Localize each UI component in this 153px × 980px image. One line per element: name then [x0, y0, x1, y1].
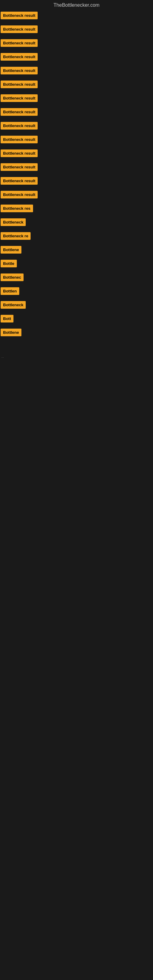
bottleneck-row: Bottleneck result: [0, 148, 153, 158]
bottleneck-badge[interactable]: Bottlen: [1, 287, 19, 295]
bottleneck-badge[interactable]: Bottleneck result: [1, 108, 38, 116]
bottleneck-row: Bottleneck re: [0, 231, 153, 241]
bottleneck-row: Bottleneck result: [0, 65, 153, 76]
bottleneck-badge[interactable]: Bottleneck result: [1, 81, 38, 88]
bottleneck-row: Bottleneck result: [0, 176, 153, 186]
site-title-container: TheBottlenecker.com: [0, 0, 153, 10]
bottleneck-badge[interactable]: Bottleneck result: [1, 39, 38, 47]
bottleneck-row: Bottlene: [0, 245, 153, 255]
bottleneck-badge[interactable]: Bottleneck result: [1, 122, 38, 130]
bottom-section: ...: [0, 341, 153, 525]
bottleneck-row: Bottleneck result: [0, 79, 153, 89]
bottleneck-badge[interactable]: Bottlene: [1, 246, 21, 254]
bottleneck-badge[interactable]: Bottleneck result: [1, 191, 38, 199]
bottleneck-badge[interactable]: Bottleneck res: [1, 205, 33, 212]
site-title: TheBottlenecker.com: [0, 0, 153, 10]
bottleneck-badge[interactable]: Bottleneck result: [1, 136, 38, 143]
bottleneck-row: Bottleneck result: [0, 189, 153, 200]
bottleneck-row: Bottleneck result: [0, 38, 153, 48]
bottleneck-badge[interactable]: Bottleneck: [1, 301, 26, 309]
bottleneck-badge[interactable]: Bott: [1, 315, 13, 323]
bottleneck-row: Bottleneck result: [0, 24, 153, 34]
bottleneck-row: Bottlenec: [0, 272, 153, 282]
bottleneck-row: Bottleneck result: [0, 134, 153, 145]
bottleneck-badge[interactable]: Bottleneck result: [1, 94, 38, 102]
bottleneck-badge[interactable]: Bottleneck result: [1, 67, 38, 75]
bottleneck-row: Bottleneck res: [0, 204, 153, 213]
bottleneck-row: Bottleneck result: [0, 52, 153, 62]
bottleneck-badge[interactable]: Bottlenec: [1, 274, 24, 281]
bottleneck-badge[interactable]: Bottleneck result: [1, 25, 38, 33]
bottleneck-row: Bottlene: [0, 328, 153, 337]
bottleneck-row: Bott: [0, 313, 153, 324]
bottleneck-badge[interactable]: Bottleneck result: [1, 12, 38, 19]
bottleneck-row: Bottleneck: [0, 300, 153, 310]
bottleneck-badge[interactable]: Bottleneck re: [1, 232, 30, 240]
bottleneck-badge[interactable]: Bottleneck result: [1, 53, 38, 60]
bottleneck-row: Bottleneck result: [0, 121, 153, 131]
bottleneck-row: Bottleneck result: [0, 162, 153, 172]
bottleneck-badge[interactable]: Bottleneck: [1, 218, 26, 226]
bottleneck-badge[interactable]: Bottle: [1, 260, 17, 267]
bottleneck-badge[interactable]: Bottleneck result: [1, 163, 38, 171]
bottleneck-row: Bottleneck: [0, 217, 153, 227]
bottleneck-row: Bottle: [0, 258, 153, 269]
bottleneck-row: Bottleneck result: [0, 10, 153, 21]
bottleneck-row: Bottleneck result: [0, 107, 153, 117]
rows-container: Bottleneck resultBottleneck resultBottle…: [0, 10, 153, 341]
bottleneck-row: Bottleneck result: [0, 93, 153, 103]
bottleneck-badge[interactable]: Bottleneck result: [1, 177, 38, 185]
bottleneck-badge[interactable]: Bottleneck result: [1, 150, 38, 157]
bottleneck-badge[interactable]: Bottlene: [1, 329, 21, 336]
bottleneck-row: Bottlen: [0, 286, 153, 296]
bottom-marker: ...: [0, 353, 153, 360]
